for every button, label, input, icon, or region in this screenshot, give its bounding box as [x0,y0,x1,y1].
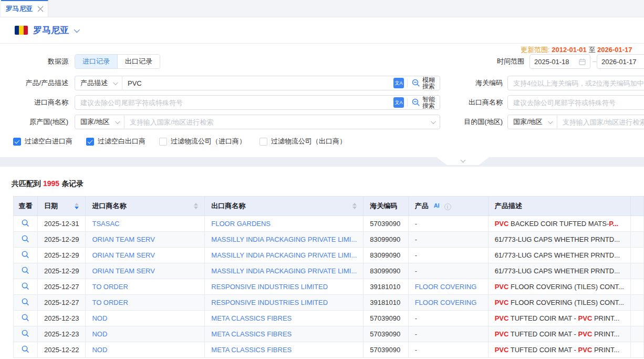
origin-country-select[interactable]: 国家/地区 [75,115,124,129]
sort-desc-icon[interactable] [75,207,79,209]
smart-search-button[interactable]: 智能搜索 [408,96,440,109]
cell-hs-code: 39181010 [363,279,408,295]
chevron-down-icon[interactable] [74,26,80,32]
column-header-importer[interactable]: 进口商名称 [86,197,205,216]
sort-control[interactable] [75,203,79,209]
description-highlight: P... [609,220,618,228]
importer-link[interactable]: TO ORDER [92,283,128,291]
view-record-button[interactable] [22,251,29,260]
exporter-link[interactable]: MASSILLY INDIA PACKAGING PRIVATE LIMI... [211,235,357,243]
filter-checkbox[interactable]: 过滤空白进口商 [13,137,72,146]
origin-country-label: 原产国(地区) [0,115,68,129]
exporter-link[interactable]: META CLASSICS FIBRES [211,346,292,354]
time-range-end-value: 2026-01-17 [601,58,644,66]
tab-romania[interactable]: 罗马尼亚 [1,0,48,17]
destination-country-select[interactable]: 国家/地区 [508,115,557,129]
collapse-panel-button[interactable] [437,157,489,165]
importer-link[interactable]: ORIAN TEAM SERV [92,235,154,243]
view-record-button[interactable] [22,266,29,276]
data-source-option[interactable]: 进口记录 [75,55,117,68]
cell-view[interactable] [14,279,38,295]
exporter-link[interactable]: MASSILLY INDIA PACKAGING PRIVATE LIMI... [211,267,357,275]
exporter-link[interactable]: MASSILLY INDIA PACKAGING PRIVATE LIMI... [211,251,357,259]
data-source-option[interactable]: 出口记录 [117,55,160,68]
close-icon[interactable] [37,6,44,12]
column-header-date[interactable]: 日期 [37,197,86,216]
cell-view[interactable] [14,326,38,342]
checkbox-checked-icon[interactable] [86,138,94,146]
cell-product: - [408,216,488,232]
sort-desc-icon[interactable] [352,207,357,209]
cell-view[interactable] [14,216,38,232]
origin-country-input[interactable] [124,115,431,129]
cell-product: - [408,311,488,326]
view-search-icon [22,314,29,322]
checkbox-unchecked-icon[interactable] [259,138,267,146]
product-link[interactable]: FLOOR COVERING [415,299,477,306]
sort-asc-icon[interactable] [194,203,198,206]
exporter-link[interactable]: FLOOR GARDENS [211,220,271,228]
translate-icon[interactable]: 文A [393,78,404,88]
product-search-input[interactable] [122,76,390,90]
time-range-end-input[interactable]: 2026-01-17 [597,54,644,69]
importer-link[interactable]: TSASAC [92,220,119,228]
cell-view[interactable] [14,248,38,263]
importer-link[interactable]: NOD [92,330,107,338]
cell-view[interactable] [14,311,38,326]
country-title[interactable]: 罗马尼亚 [33,24,69,36]
checkbox-unchecked-icon[interactable] [159,138,167,146]
column-header-exporter[interactable]: 出口商名称 [205,197,363,216]
cell-view[interactable] [14,342,38,358]
cell-importer: ORIAN TEAM SERV [86,248,205,263]
cell-product: - [408,263,488,279]
fuzzy-search-button[interactable]: 模糊搜索 [408,77,440,89]
view-record-button[interactable] [22,345,29,355]
checkbox-checked-icon[interactable] [13,138,21,146]
chevron-down-icon[interactable] [431,119,436,124]
column-label: 产品描述 [495,202,522,210]
sort-asc-icon[interactable] [352,203,357,206]
info-icon[interactable]: i [444,203,451,210]
exporter-link[interactable]: RESPONSIVE INDUSTRIES LIMITED [211,299,328,306]
sort-desc-icon[interactable] [194,207,198,209]
time-range-start-input[interactable]: 2025-01-18 [529,54,590,69]
view-record-button[interactable] [22,282,29,292]
product-link[interactable]: FLOOR COVERING [415,283,477,291]
importer-link[interactable]: ORIAN TEAM SERV [92,267,154,275]
cell-product: - [408,232,488,248]
view-record-button[interactable] [22,330,29,339]
view-record-button[interactable] [22,219,29,229]
filter-checkbox-row: 过滤空白进口商过滤空白出口商过滤物流公司（进口商）过滤物流公司（出口商） [13,136,346,147]
update-range-label: 更新范围: [521,46,550,54]
exporter-link[interactable]: RESPONSIVE INDUSTRIES LIMITED [211,283,328,291]
cell-view[interactable] [14,232,38,248]
cell-view[interactable] [14,263,38,279]
cell-description: PVC TUFTED COIR MAT - PVC PRINT... [488,326,630,342]
filter-checkbox[interactable]: 过滤空白出口商 [86,137,146,146]
hs-code-input[interactable] [507,76,644,90]
filter-checkbox[interactable]: 过滤物流公司（进口商） [159,137,246,146]
cell-stub [630,342,643,358]
importer-link[interactable]: NOD [92,346,107,354]
importer-link[interactable]: TO ORDER [92,299,128,306]
exporter-name-input[interactable] [507,95,644,110]
sort-control[interactable] [194,203,198,209]
translate-icon[interactable]: 文A [393,97,404,108]
importer-link[interactable]: NOD [92,314,107,322]
view-record-button[interactable] [22,235,29,244]
sort-asc-icon[interactable] [75,203,79,206]
sort-control[interactable] [352,203,357,209]
filter-checkbox[interactable]: 过滤物流公司（出口商） [259,137,346,146]
exporter-link[interactable]: META CLASSICS FIBRES [211,314,292,322]
importer-link[interactable]: ORIAN TEAM SERV [92,251,154,259]
ai-badge: AI [432,202,442,209]
product-empty: - [415,235,417,243]
cell-description: 61/773-LUG CAPS WHETHER PRNTD... [488,263,630,279]
exporter-link[interactable]: META CLASSICS FIBRES [211,330,292,338]
view-record-button[interactable] [22,298,29,307]
destination-country-input[interactable] [557,115,644,129]
cell-view[interactable] [14,295,38,311]
product-type-select[interactable]: 产品描述 [75,76,122,90]
importer-name-input[interactable] [75,96,390,109]
view-record-button[interactable] [22,314,29,323]
